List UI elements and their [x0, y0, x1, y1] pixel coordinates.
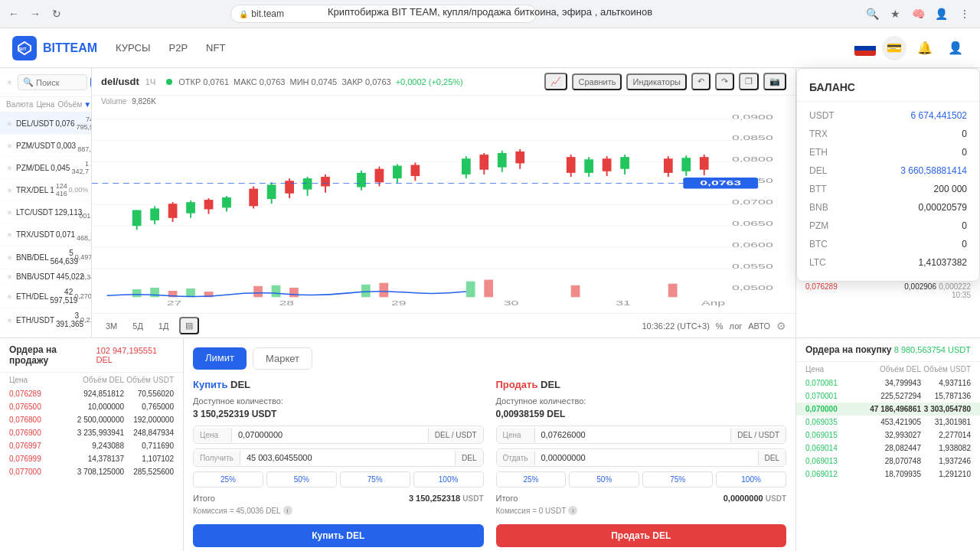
sell-vol-del: 10,000000 — [51, 403, 124, 411]
pair-row-3[interactable]: ★ TRX/DEL 1 124 416 0,00% — [0, 179, 91, 201]
pair-vol: 74 795,9 — [76, 116, 91, 131]
nav-p2p[interactable]: P2P — [169, 39, 188, 57]
sell-pct-75[interactable]: 75% — [642, 471, 713, 487]
bookmark-browser-icon[interactable]: ★ — [887, 5, 905, 23]
notification-icon-btn[interactable]: 🔔 — [913, 36, 937, 60]
sell-pct-50[interactable]: 50% — [569, 471, 639, 487]
buy-order-1[interactable]: 0,070001 225,527294 15,787136 — [796, 390, 980, 403]
sell-give-label: Отдать — [497, 451, 535, 465]
mode-log[interactable]: лог — [730, 321, 743, 331]
pair-row-7[interactable]: ★ BNB/USDT 445,022 0,344319 0,31% — [0, 269, 91, 285]
sell-orders-title: Ордера на продажу — [9, 344, 96, 366]
tab-market[interactable]: Маркет — [253, 347, 312, 370]
buy-action-label: Купить — [193, 379, 227, 390]
pair-row-4[interactable]: ★ LTC/USDT 129,113 2 001,336 -1,46% — [0, 201, 91, 223]
fav-icon[interactable]: ★ — [6, 208, 13, 217]
sell-pct-100[interactable]: 100% — [716, 471, 786, 487]
fullscreen-btn[interactable]: ❐ — [739, 73, 759, 90]
buy-pct-25[interactable]: 25% — [193, 471, 263, 487]
search-browser-icon[interactable]: 🔍 — [864, 5, 882, 23]
fav-icon[interactable]: ★ — [6, 142, 13, 150]
trade-row-10[interactable]: 0,076289 0,002906 0,000222 10:35 — [796, 280, 980, 302]
language-flag[interactable] — [854, 41, 876, 56]
screenshot-btn[interactable]: 📷 — [763, 73, 786, 90]
buy-order-4[interactable]: 0,069015 32,993027 2,277014 — [796, 429, 980, 442]
avatar-browser-icon[interactable]: 👤 — [933, 5, 951, 23]
refresh-button[interactable]: ↻ — [49, 6, 64, 21]
tf-1d[interactable]: 1Д — [154, 320, 174, 332]
candlestick-btn[interactable]: 📈 — [544, 73, 567, 90]
buy-order-6[interactable]: 0,069013 28,070748 1,937246 — [796, 455, 980, 468]
buy-pct-75[interactable]: 75% — [340, 471, 410, 487]
pair-row-1[interactable]: ★ PZM/USDT 0,003 5 887,04 -1,41% — [0, 135, 91, 157]
search-input[interactable] — [36, 78, 82, 87]
fav-icon[interactable]: ★ — [6, 164, 13, 172]
sell-price-input[interactable] — [535, 426, 731, 443]
sell-commission-info-icon[interactable]: i — [568, 506, 577, 515]
pair-row-2[interactable]: ★ PZM/DEL 0,045 1 342,7 7,18% — [0, 157, 91, 179]
sell-order-0[interactable]: 0,076289 924,851812 70,556020 — [0, 387, 183, 400]
tf-5d[interactable]: 5Д — [128, 320, 148, 332]
sell-order-4[interactable]: 0,076997 9,243088 0,711690 — [0, 439, 183, 452]
buy-pct-100[interactable]: 100% — [413, 471, 484, 487]
wallet-icon-btn[interactable]: 💳 — [882, 36, 906, 60]
sell-order-2[interactable]: 0,076800 2 500,000000 192,000000 — [0, 413, 183, 426]
col-header-price[interactable]: Цена — [36, 100, 54, 109]
pair-row-6[interactable]: ★ BNB/DEL 5 564,639 0,497704 -1,21% — [0, 246, 91, 269]
fav-icon[interactable]: ★ — [6, 253, 13, 262]
fav-icon[interactable]: ★ — [6, 292, 13, 301]
col-header-vol[interactable]: Объём▼ — [57, 100, 90, 109]
buy-order-0[interactable]: 0,070081 34,799943 4,937116 — [796, 377, 980, 390]
buy-price-input[interactable] — [232, 426, 428, 443]
sell-vol-usdt: 248,847934 — [124, 429, 174, 437]
sell-give-input[interactable] — [535, 449, 758, 466]
fav-icon[interactable]: ★ — [6, 230, 13, 239]
sell-order-5[interactable]: 0,076999 14,378137 1,107102 — [0, 452, 183, 465]
menu-browser-icon[interactable]: ⋮ — [956, 5, 974, 23]
tf-3m[interactable]: 3М — [101, 320, 122, 332]
pair-row-8[interactable]: ★ ETH/DEL 42 597,519 0,270397 -1,15% — [0, 285, 91, 308]
indicators-btn[interactable]: Индикаторы — [626, 73, 687, 90]
forward-button[interactable]: → — [28, 6, 43, 21]
pair-row-5[interactable]: ★ TRX/USDT 0,071 1 468,147 0,00% — [0, 223, 91, 246]
favorite-star-icon[interactable]: ★ — [6, 78, 13, 86]
mode-auto[interactable]: АВТО — [748, 321, 770, 331]
site-logo[interactable]: BIT BITTEAM — [12, 36, 97, 60]
sell-order-1[interactable]: 0,076500 10,000000 0,765000 — [0, 400, 183, 413]
chart-timeframe[interactable]: 1Ч — [145, 77, 155, 86]
search-input-wrap: 🔍 — [18, 74, 87, 90]
buy-commission-info-icon[interactable]: i — [283, 506, 292, 515]
buy-asset-label: DEL — [230, 379, 250, 390]
buy-order-3[interactable]: 0,069035 453,421905 31,301981 — [796, 416, 980, 429]
sell-submit-btn[interactable]: Продать DEL — [496, 524, 787, 547]
buy-order-5[interactable]: 0,069014 28,082447 1,938082 — [796, 442, 980, 455]
nav-kursy[interactable]: КУРСЫ — [116, 39, 150, 57]
buy-receive-input[interactable] — [240, 449, 455, 466]
fav-icon[interactable]: ★ — [6, 316, 13, 324]
pair-row-0[interactable]: ★ DEL/USDT 0,076 74 795,9 -0,01% — [0, 112, 91, 135]
buy-order-7[interactable]: 0,069012 18,709935 1,291210 — [796, 468, 980, 481]
pair-row-9[interactable]: ★ ETH/USDT 3 391,365 0,210058 -0,05% — [0, 308, 91, 332]
sell-pct-25[interactable]: 25% — [496, 471, 567, 487]
back-button[interactable]: ← — [6, 6, 21, 21]
chart-canvas[interactable]: 0,0900 0,0850 0,0800 0,0750 0,0700 0,065… — [92, 107, 795, 313]
candle-type-btn[interactable]: ▤ — [179, 317, 199, 334]
sell-order-3[interactable]: 0,076900 3 235,993941 248,847934 — [0, 426, 183, 439]
fav-icon[interactable]: ★ — [6, 186, 13, 194]
chart-settings-icon[interactable]: ⚙ — [776, 320, 786, 332]
col-header-valuta[interactable]: Валюта — [6, 100, 33, 109]
nav-nft[interactable]: NFT — [206, 39, 225, 57]
sell-order-6[interactable]: 0,077000 3 708,125000 285,525600 — [0, 465, 183, 478]
extensions-icon[interactable]: 🧠 — [910, 5, 928, 23]
buy-submit-btn[interactable]: Купить DEL — [193, 524, 484, 547]
fav-icon[interactable]: ★ — [6, 272, 13, 281]
redo-btn[interactable]: ↷ — [715, 73, 734, 90]
buy-pct-50[interactable]: 50% — [266, 471, 337, 487]
buy-order-2[interactable]: 0,070000 47 186,496861 3 303,054780 — [796, 403, 980, 416]
tab-limit[interactable]: Лимит — [193, 347, 247, 370]
fav-icon[interactable]: ★ — [6, 119, 13, 128]
user-icon-btn[interactable]: 👤 — [943, 36, 968, 60]
compare-btn[interactable]: Сравнить — [572, 73, 622, 90]
mode-pct[interactable]: % — [716, 321, 724, 331]
undo-btn[interactable]: ↶ — [691, 73, 710, 90]
